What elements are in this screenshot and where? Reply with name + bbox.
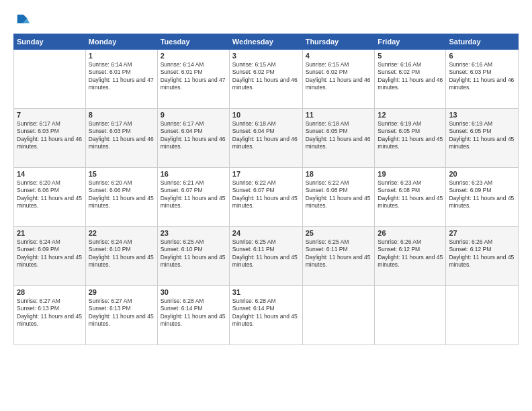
calendar-cell: 4Sunrise: 6:15 AMSunset: 6:02 PMDaylight… [302,50,375,109]
day-number: 15 [89,170,154,178]
calendar-cell: 17Sunrise: 6:22 AMSunset: 6:07 PMDayligh… [229,168,302,227]
day-info: Sunrise: 6:15 AMSunset: 6:02 PMDaylight:… [306,61,372,92]
day-info: Sunrise: 6:27 AMSunset: 6:13 PMDaylight:… [17,298,83,328]
calendar-cell: 9Sunrise: 6:17 AMSunset: 6:04 PMDaylight… [157,109,229,168]
day-number: 2 [161,52,226,60]
day-number: 1 [89,52,154,60]
calendar-cell: 19Sunrise: 6:23 AMSunset: 6:08 PMDayligh… [375,168,446,227]
day-info: Sunrise: 6:16 AMSunset: 6:02 PMDaylight:… [378,61,443,92]
weekday-header: Friday [375,34,446,50]
day-number: 26 [378,229,443,237]
day-info: Sunrise: 6:24 AMSunset: 6:10 PMDaylight:… [89,238,154,269]
day-info: Sunrise: 6:16 AMSunset: 6:03 PMDaylight:… [449,61,515,92]
calendar-cell: 12Sunrise: 6:19 AMSunset: 6:05 PMDayligh… [375,109,446,168]
calendar-cell: 3Sunrise: 6:15 AMSunset: 6:02 PMDaylight… [229,50,302,109]
page: SundayMondayTuesdayWednesdayThursdayFrid… [0,0,532,411]
day-info: Sunrise: 6:17 AMSunset: 6:04 PMDaylight:… [161,120,226,151]
calendar-cell: 11Sunrise: 6:18 AMSunset: 6:05 PMDayligh… [302,109,375,168]
day-info: Sunrise: 6:18 AMSunset: 6:04 PMDaylight:… [232,120,300,151]
calendar-cell: 25Sunrise: 6:25 AMSunset: 6:11 PMDayligh… [302,227,375,286]
day-number: 21 [17,229,83,237]
day-number: 19 [378,170,443,178]
calendar-cell: 31Sunrise: 6:28 AMSunset: 6:14 PMDayligh… [229,286,302,345]
day-number: 4 [306,52,372,60]
day-number: 8 [89,111,154,119]
calendar-cell: 26Sunrise: 6:26 AMSunset: 6:12 PMDayligh… [375,227,446,286]
day-number: 13 [449,111,515,119]
day-info: Sunrise: 6:23 AMSunset: 6:08 PMDaylight:… [378,179,443,210]
calendar-cell: 20Sunrise: 6:23 AMSunset: 6:09 PMDayligh… [446,168,519,227]
day-number: 10 [232,111,300,119]
day-info: Sunrise: 6:28 AMSunset: 6:14 PMDaylight:… [161,298,226,328]
day-number: 24 [232,229,300,237]
day-info: Sunrise: 6:20 AMSunset: 6:06 PMDaylight:… [17,179,83,210]
day-number: 20 [449,170,515,178]
calendar-cell: 23Sunrise: 6:25 AMSunset: 6:10 PMDayligh… [157,227,229,286]
day-number: 14 [17,170,83,178]
calendar-cell: 28Sunrise: 6:27 AMSunset: 6:13 PMDayligh… [14,286,86,345]
day-number: 31 [232,288,300,296]
day-number: 3 [232,52,300,60]
day-info: Sunrise: 6:17 AMSunset: 6:03 PMDaylight:… [89,120,154,151]
weekday-header: Sunday [14,34,86,50]
weekday-header: Monday [85,34,157,50]
calendar-cell: 27Sunrise: 6:26 AMSunset: 6:12 PMDayligh… [446,227,519,286]
calendar-week-row: 7Sunrise: 6:17 AMSunset: 6:03 PMDaylight… [14,109,519,168]
day-info: Sunrise: 6:20 AMSunset: 6:06 PMDaylight:… [89,179,154,210]
weekday-header: Tuesday [157,34,229,50]
header [13,12,519,27]
day-info: Sunrise: 6:24 AMSunset: 6:09 PMDaylight:… [17,238,83,269]
calendar-cell: 14Sunrise: 6:20 AMSunset: 6:06 PMDayligh… [14,168,86,227]
calendar-cell: 24Sunrise: 6:25 AMSunset: 6:11 PMDayligh… [229,227,302,286]
day-number: 18 [306,170,372,178]
calendar-cell: 30Sunrise: 6:28 AMSunset: 6:14 PMDayligh… [157,286,229,345]
calendar-cell: 29Sunrise: 6:27 AMSunset: 6:13 PMDayligh… [85,286,157,345]
logo [13,12,30,27]
calendar-week-row: 21Sunrise: 6:24 AMSunset: 6:09 PMDayligh… [14,227,519,286]
calendar-table: SundayMondayTuesdayWednesdayThursdayFrid… [13,34,519,345]
calendar-week-row: 14Sunrise: 6:20 AMSunset: 6:06 PMDayligh… [14,168,519,227]
day-info: Sunrise: 6:25 AMSunset: 6:10 PMDaylight:… [161,238,226,269]
calendar-cell: 22Sunrise: 6:24 AMSunset: 6:10 PMDayligh… [85,227,157,286]
calendar-week-row: 1Sunrise: 6:14 AMSunset: 6:01 PMDaylight… [14,50,519,109]
weekday-header: Saturday [446,34,519,50]
weekday-header: Wednesday [229,34,302,50]
day-info: Sunrise: 6:25 AMSunset: 6:11 PMDaylight:… [306,238,372,269]
day-number: 7 [17,111,83,119]
calendar-cell [302,286,375,345]
day-number: 12 [378,111,443,119]
logo-icon [15,12,30,27]
calendar-cell: 10Sunrise: 6:18 AMSunset: 6:04 PMDayligh… [229,109,302,168]
day-info: Sunrise: 6:27 AMSunset: 6:13 PMDaylight:… [89,298,154,328]
day-info: Sunrise: 6:25 AMSunset: 6:11 PMDaylight:… [232,238,300,269]
calendar-cell [375,286,446,345]
day-info: Sunrise: 6:19 AMSunset: 6:05 PMDaylight:… [449,120,515,151]
calendar-cell: 5Sunrise: 6:16 AMSunset: 6:02 PMDaylight… [375,50,446,109]
calendar-header-row: SundayMondayTuesdayWednesdayThursdayFrid… [14,34,519,50]
day-number: 23 [161,229,226,237]
day-info: Sunrise: 6:22 AMSunset: 6:08 PMDaylight:… [306,179,372,210]
day-info: Sunrise: 6:17 AMSunset: 6:03 PMDaylight:… [17,120,83,151]
calendar-cell [446,286,519,345]
day-info: Sunrise: 6:21 AMSunset: 6:07 PMDaylight:… [161,179,226,210]
day-number: 25 [306,229,372,237]
calendar-cell: 18Sunrise: 6:22 AMSunset: 6:08 PMDayligh… [302,168,375,227]
day-number: 6 [449,52,515,60]
day-info: Sunrise: 6:14 AMSunset: 6:01 PMDaylight:… [161,61,226,92]
calendar-cell: 21Sunrise: 6:24 AMSunset: 6:09 PMDayligh… [14,227,86,286]
calendar-cell: 1Sunrise: 6:14 AMSunset: 6:01 PMDaylight… [85,50,157,109]
day-info: Sunrise: 6:14 AMSunset: 6:01 PMDaylight:… [89,61,154,92]
calendar-cell: 6Sunrise: 6:16 AMSunset: 6:03 PMDaylight… [446,50,519,109]
calendar-cell: 15Sunrise: 6:20 AMSunset: 6:06 PMDayligh… [85,168,157,227]
day-number: 9 [161,111,226,119]
day-info: Sunrise: 6:26 AMSunset: 6:12 PMDaylight:… [449,238,515,269]
day-number: 30 [161,288,226,296]
day-number: 28 [17,288,83,296]
day-number: 29 [89,288,154,296]
weekday-header: Thursday [302,34,375,50]
day-number: 11 [306,111,372,119]
day-info: Sunrise: 6:19 AMSunset: 6:05 PMDaylight:… [378,120,443,151]
day-number: 27 [449,229,515,237]
day-number: 5 [378,52,443,60]
day-info: Sunrise: 6:22 AMSunset: 6:07 PMDaylight:… [232,179,300,210]
